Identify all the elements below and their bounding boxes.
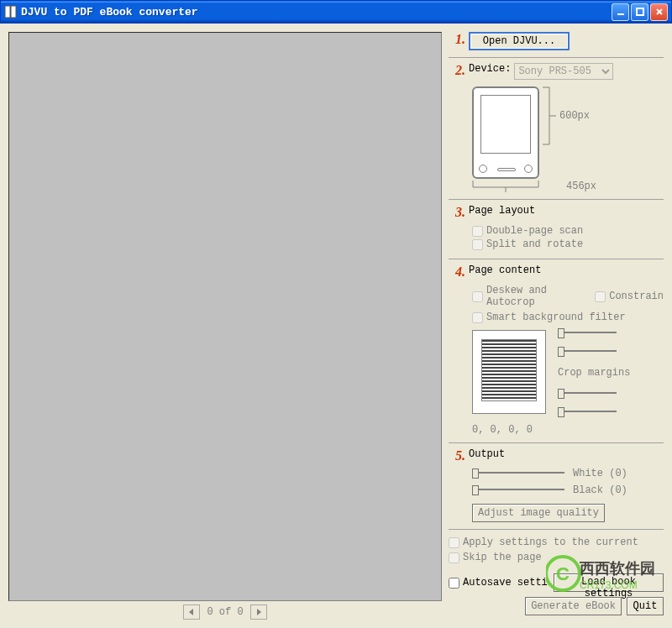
deskew-autocrop-checkbox[interactable]: Deskew and Autocrop — [472, 285, 586, 308]
device-select[interactable]: Sony PRS-505 — [514, 63, 613, 80]
step-2-number: 2. — [449, 63, 465, 78]
svg-marker-7 — [257, 609, 261, 615]
device-height-label: 600px — [559, 110, 590, 122]
step-3-number: 3. — [449, 205, 465, 220]
maximize-button[interactable] — [631, 3, 648, 21]
crop-values-label: 0, 0, 0, 0 — [472, 424, 664, 436]
step-5-number: 5. — [449, 448, 465, 463]
autosave-settings-checkbox[interactable]: Autosave settings — [449, 577, 549, 589]
white-slider[interactable] — [472, 467, 564, 480]
quit-button[interactable]: Quit — [627, 597, 664, 615]
crop-bottom-slider[interactable] — [558, 406, 617, 419]
svg-rect-0 — [5, 6, 10, 18]
open-djvu-button[interactable]: Open DJVU... — [469, 32, 570, 50]
step-1-number: 1. — [449, 32, 465, 47]
device-width-label: 456px — [566, 181, 596, 192]
page-navigation: 0 of 0 — [183, 604, 266, 620]
svg-rect-3 — [637, 8, 643, 15]
page-counter: 0 of 0 — [207, 606, 243, 618]
constrain-checkbox[interactable]: Constrain — [595, 285, 664, 308]
close-button[interactable] — [650, 3, 668, 21]
prev-page-button[interactable] — [183, 604, 200, 620]
preview-pane — [8, 32, 442, 601]
smart-bg-filter-checkbox[interactable]: Smart background filter — [472, 311, 664, 323]
double-page-scan-checkbox[interactable]: Double-page scan — [472, 225, 664, 237]
svg-rect-1 — [11, 6, 16, 18]
titlebar: DJVU to PDF eBook converter — [0, 0, 672, 24]
svg-rect-2 — [617, 13, 624, 15]
crop-top-slider[interactable] — [558, 327, 617, 340]
output-label: Output — [469, 448, 505, 460]
split-rotate-checkbox[interactable]: Split and rotate — [472, 238, 664, 250]
black-slider[interactable] — [472, 484, 564, 497]
white-value-label: White (0) — [573, 468, 627, 479]
crop-thumb-illustration — [472, 330, 546, 414]
step-4-number: 4. — [449, 264, 465, 280]
generate-ebook-button[interactable]: Generate eBook — [525, 597, 622, 615]
apply-current-page-checkbox[interactable]: Apply settings to the current page only — [449, 536, 664, 548]
adjust-image-quality-button[interactable]: Adjust image quality — [472, 504, 605, 522]
minimize-button[interactable] — [612, 3, 629, 21]
black-value-label: Black (0) — [573, 484, 627, 496]
svg-marker-6 — [189, 609, 193, 615]
crop-margins-label: Crop margins — [558, 367, 630, 379]
load-book-settings-button[interactable]: Load book settings — [554, 573, 664, 592]
app-icon — [4, 5, 18, 18]
skip-page-checkbox[interactable]: Skip the page — [449, 552, 664, 563]
device-illustration — [472, 86, 539, 179]
page-layout-label: Page layout — [469, 205, 535, 217]
next-page-button[interactable] — [250, 604, 267, 620]
window-title: DJVU to PDF eBook converter — [21, 6, 612, 18]
crop-upper-slider[interactable] — [558, 345, 617, 358]
crop-lower-slider[interactable] — [558, 387, 617, 400]
page-content-label: Page content — [469, 264, 541, 276]
device-label: Device: — [469, 63, 511, 75]
